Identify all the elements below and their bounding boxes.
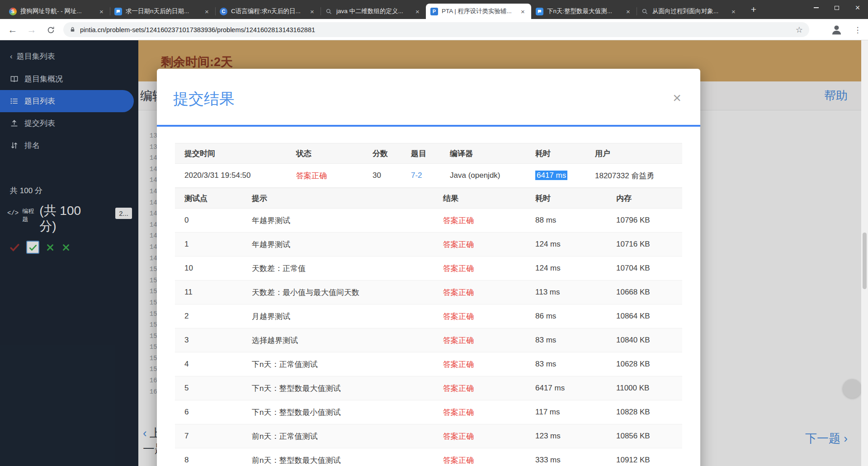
bookmark-star-icon[interactable]: ☆ xyxy=(796,25,803,35)
window-maximize-button[interactable] xyxy=(826,0,847,15)
summary-table-row: 2020/3/31 19:54:50 答案正确 30 7-2 Java (ope… xyxy=(175,164,682,188)
url-text[interactable]: pintia.cn/problem-sets/12416023710173839… xyxy=(80,26,796,33)
test-hint: 年越界测试 xyxy=(252,215,443,226)
window-close-button[interactable]: × xyxy=(847,0,868,15)
tab-close-icon[interactable]: × xyxy=(624,8,632,15)
test-memory: 10628 KB xyxy=(616,360,682,369)
test-id: 0 xyxy=(184,216,252,225)
test-hint: 下n天：整型数最小值测试 xyxy=(252,407,443,418)
test-time: 86 ms xyxy=(535,312,616,321)
tab-close-icon[interactable]: × xyxy=(414,8,421,15)
pta-favicon: P xyxy=(430,8,438,15)
test-time: 333 ms xyxy=(535,456,616,465)
test-time: 124 ms xyxy=(535,264,616,273)
duration: 6417 ms xyxy=(535,171,595,180)
tab-date-question[interactable]: 求一日期n天后的日期... × xyxy=(110,4,215,19)
window-minimize-button[interactable] xyxy=(806,0,826,15)
test-memory: 11000 KB xyxy=(616,384,682,393)
test-hint: 下n天：整型数最大值测试 xyxy=(252,383,443,394)
tab-c-programming[interactable]: C C语言编程:求n天后的日... × xyxy=(215,4,321,19)
tab-title: C语言编程:求n天后的日... xyxy=(231,7,305,15)
address-bar[interactable]: pintia.cn/problem-sets/12416023710173839… xyxy=(63,22,809,37)
sogou-favicon: S xyxy=(9,8,17,15)
test-time: 123 ms xyxy=(535,432,616,441)
tab-java-array[interactable]: java 中二维数组的定义... × xyxy=(321,4,426,19)
column-header: 测试点 xyxy=(184,193,252,204)
test-hint: 前n天：整型数最大值测试 xyxy=(252,455,443,466)
test-result: 答案正确 xyxy=(443,455,535,466)
test-memory: 10912 KB xyxy=(616,456,682,465)
minimize-icon xyxy=(814,7,819,8)
test-hint: 年越界测试 xyxy=(252,239,443,250)
test-result: 答案正确 xyxy=(443,215,535,226)
tab-title: PTA | 程序设计类实验辅... xyxy=(442,7,515,15)
test-time: 117 ms xyxy=(535,408,616,417)
test-id: 10 xyxy=(184,264,252,273)
test-hint: 天数差：正常值 xyxy=(252,263,443,274)
tab-close-icon[interactable]: × xyxy=(308,8,316,15)
test-hint: 月越界测试 xyxy=(252,311,443,322)
test-case-row: 11 天数差：最小值与最大值间天数 答案正确 113 ms 10668 KB xyxy=(175,281,682,304)
column-header: 用户 xyxy=(595,148,682,159)
test-id: 5 xyxy=(184,384,252,393)
tab-oop[interactable]: 从面向过程到面向对象... × xyxy=(637,4,742,19)
selected-duration-text: 6417 ms xyxy=(535,171,567,180)
profile-avatar[interactable] xyxy=(830,24,843,36)
tab-list: S 搜狗网址导航- - 网址... × 求一日期n天后的日期... × C C语… xyxy=(5,4,742,19)
tab-pta-active[interactable]: P PTA | 程序设计类实验辅... × xyxy=(426,4,531,19)
browser-menu-button[interactable]: ⋮ xyxy=(852,24,863,36)
column-header: 结果 xyxy=(443,193,535,204)
tab-sogou[interactable]: S 搜狗网址导航- - 网址... × xyxy=(5,4,110,19)
test-memory: 10668 KB xyxy=(616,288,682,297)
test-id: 7 xyxy=(184,432,252,441)
modal-close-button[interactable]: × xyxy=(673,90,681,105)
new-tab-button[interactable]: + xyxy=(747,3,760,16)
column-header: 题目 xyxy=(411,148,450,159)
scrollbar-thumb[interactable] xyxy=(863,233,867,289)
search-favicon xyxy=(641,8,649,15)
column-header: 提示 xyxy=(252,193,443,204)
test-result: 答案正确 xyxy=(443,263,535,274)
tab-max-int[interactable]: 下n天:整型数最大值测... × xyxy=(531,4,637,19)
test-time: 88 ms xyxy=(535,216,616,225)
c-favicon: C xyxy=(220,8,227,15)
modal-body: 提交时间 状态 分数 题目 编译器 耗时 用户 2020/3/31 19:54:… xyxy=(157,127,700,466)
column-header: 提交时间 xyxy=(184,148,296,159)
test-id: 1 xyxy=(184,240,252,249)
test-time: 6417 ms xyxy=(535,384,616,393)
tests-table-body: 0 年越界测试 答案正确 88 ms 10796 KB 1 年越界测试 答案正确… xyxy=(175,209,682,466)
tab-close-icon[interactable]: × xyxy=(98,8,105,15)
test-time: 83 ms xyxy=(535,336,616,345)
test-result: 答案正确 xyxy=(443,359,535,370)
test-case-row: 2 月越界测试 答案正确 86 ms 10864 KB xyxy=(175,304,682,328)
test-case-row: 0 年越界测试 答案正确 88 ms 10796 KB xyxy=(175,209,682,233)
test-case-row: 7 前n天：正常值测试 答案正确 123 ms 10856 KB xyxy=(175,424,682,448)
compiler: Java (openjdk) xyxy=(450,171,535,180)
test-case-row: 1 年越界测试 答案正确 124 ms 10716 KB xyxy=(175,233,682,257)
tab-close-icon[interactable]: × xyxy=(203,8,211,15)
tab-close-icon[interactable]: × xyxy=(519,8,527,15)
test-result: 答案正确 xyxy=(443,239,535,250)
summary-table-header: 提交时间 状态 分数 题目 编译器 耗时 用户 xyxy=(175,143,682,164)
tab-close-icon[interactable]: × xyxy=(730,8,737,15)
reload-button[interactable] xyxy=(44,24,57,36)
problem-link[interactable]: 7-2 xyxy=(411,171,450,180)
test-case-row: 5 下n天：整型数最大值测试 答案正确 6417 ms 11000 KB xyxy=(175,376,682,400)
test-memory: 10828 KB xyxy=(616,408,682,417)
page-scrollbar[interactable] xyxy=(861,40,868,466)
tab-title: 求一日期n天后的日期... xyxy=(126,7,199,15)
test-time: 83 ms xyxy=(535,360,616,369)
test-id: 11 xyxy=(184,288,252,297)
test-memory: 10840 KB xyxy=(616,336,682,345)
test-id: 3 xyxy=(184,336,252,345)
test-case-row: 4 下n天：正常值测试 答案正确 83 ms 10628 KB xyxy=(175,352,682,376)
search-favicon xyxy=(325,8,333,15)
submission-score: 30 xyxy=(373,171,411,180)
back-button[interactable]: ← xyxy=(6,24,19,36)
test-hint: 天数差：最小值与最大值间天数 xyxy=(252,287,443,298)
tests-table-header: 测试点 提示 结果 耗时 内存 xyxy=(175,188,682,209)
test-case-row: 10 天数差：正常值 答案正确 124 ms 10704 KB xyxy=(175,257,682,281)
test-id: 4 xyxy=(184,360,252,369)
forward-button[interactable]: → xyxy=(25,24,38,36)
chat-favicon xyxy=(114,8,122,15)
